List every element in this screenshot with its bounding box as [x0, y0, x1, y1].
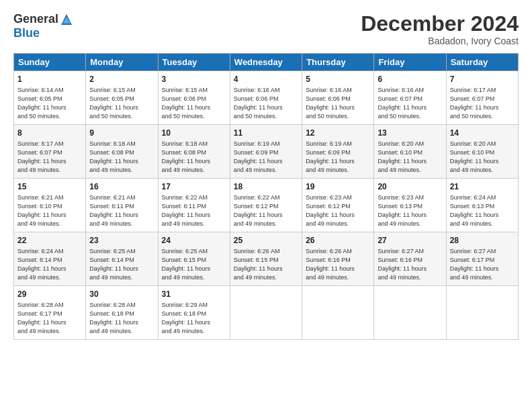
day-info: Sunrise: 6:16 AMSunset: 6:06 PMDaylight:…: [234, 87, 283, 119]
table-row: 23 Sunrise: 6:25 AMSunset: 6:14 PMDaylig…: [86, 232, 158, 286]
day-info: Sunrise: 6:27 AMSunset: 6:16 PMDaylight:…: [378, 248, 427, 280]
day-info: Sunrise: 6:16 AMSunset: 6:06 PMDaylight:…: [306, 87, 355, 119]
empty-cell: [302, 286, 374, 340]
table-row: 30 Sunrise: 6:28 AMSunset: 6:18 PMDaylig…: [86, 286, 158, 340]
table-row: 8 Sunrise: 6:17 AMSunset: 6:07 PMDayligh…: [14, 125, 86, 179]
table-row: 9 Sunrise: 6:18 AMSunset: 6:08 PMDayligh…: [86, 125, 158, 179]
day-number: 22: [17, 235, 82, 246]
calendar-header-row: Sunday Monday Tuesday Wednesday Thursday…: [14, 54, 519, 71]
title-area: December 2024 Badadon, Ivory Coast: [361, 12, 519, 46]
empty-cell: [230, 286, 302, 340]
day-info: Sunrise: 6:17 AMSunset: 6:07 PMDaylight:…: [17, 140, 66, 173]
day-info: Sunrise: 6:28 AMSunset: 6:17 PMDaylight:…: [17, 302, 66, 334]
day-info: Sunrise: 6:29 AMSunset: 6:18 PMDaylight:…: [162, 302, 211, 334]
table-row: 4 Sunrise: 6:16 AMSunset: 6:06 PMDayligh…: [230, 71, 302, 125]
day-info: Sunrise: 6:17 AMSunset: 6:07 PMDaylight:…: [450, 87, 499, 119]
day-number: 29: [17, 289, 82, 300]
table-row: 28 Sunrise: 6:27 AMSunset: 6:17 PMDaylig…: [446, 232, 518, 286]
logo-general-text: General: [13, 12, 58, 26]
day-number: 13: [378, 128, 442, 138]
day-number: 7: [450, 74, 515, 85]
day-info: Sunrise: 6:26 AMSunset: 6:15 PMDaylight:…: [234, 248, 283, 280]
day-info: Sunrise: 6:20 AMSunset: 6:10 PMDaylight:…: [378, 140, 427, 173]
day-number: 27: [378, 235, 442, 246]
table-row: 10 Sunrise: 6:18 AMSunset: 6:08 PMDaylig…: [158, 125, 230, 179]
empty-cell: [446, 286, 518, 340]
table-row: 26 Sunrise: 6:26 AMSunset: 6:16 PMDaylig…: [302, 232, 374, 286]
col-thursday: Thursday: [302, 54, 374, 71]
table-row: 5 Sunrise: 6:16 AMSunset: 6:06 PMDayligh…: [302, 71, 374, 125]
col-sunday: Sunday: [14, 54, 86, 71]
day-info: Sunrise: 6:20 AMSunset: 6:10 PMDaylight:…: [450, 140, 499, 173]
day-info: Sunrise: 6:14 AMSunset: 6:05 PMDaylight:…: [17, 87, 66, 119]
day-number: 16: [89, 181, 154, 192]
month-title: December 2024: [361, 12, 519, 36]
table-row: 20 Sunrise: 6:23 AMSunset: 6:13 PMDaylig…: [374, 179, 446, 232]
day-number: 8: [17, 128, 82, 138]
day-number: 28: [450, 235, 515, 246]
day-number: 12: [306, 128, 370, 138]
table-row: 6 Sunrise: 6:16 AMSunset: 6:07 PMDayligh…: [374, 71, 446, 125]
day-info: Sunrise: 6:19 AMSunset: 6:09 PMDaylight:…: [234, 140, 283, 173]
day-info: Sunrise: 6:16 AMSunset: 6:07 PMDaylight:…: [378, 87, 427, 119]
empty-cell: [374, 286, 446, 340]
day-info: Sunrise: 6:25 AMSunset: 6:14 PMDaylight:…: [89, 248, 138, 280]
day-info: Sunrise: 6:23 AMSunset: 6:13 PMDaylight:…: [378, 194, 427, 226]
day-number: 24: [162, 235, 226, 246]
table-row: 7 Sunrise: 6:17 AMSunset: 6:07 PMDayligh…: [446, 71, 518, 125]
day-number: 5: [306, 74, 370, 85]
table-row: 25 Sunrise: 6:26 AMSunset: 6:15 PMDaylig…: [230, 232, 302, 286]
header: General Blue December 2024 Badadon, Ivor…: [13, 12, 519, 46]
day-info: Sunrise: 6:15 AMSunset: 6:05 PMDaylight:…: [89, 87, 138, 119]
table-row: 12 Sunrise: 6:19 AMSunset: 6:09 PMDaylig…: [302, 125, 374, 179]
day-info: Sunrise: 6:22 AMSunset: 6:12 PMDaylight:…: [234, 194, 283, 226]
day-number: 18: [234, 181, 298, 192]
table-row: 29 Sunrise: 6:28 AMSunset: 6:17 PMDaylig…: [14, 286, 86, 340]
day-number: 25: [234, 235, 298, 246]
table-row: 13 Sunrise: 6:20 AMSunset: 6:10 PMDaylig…: [374, 125, 446, 179]
col-tuesday: Tuesday: [158, 54, 230, 71]
logo: General Blue: [13, 12, 73, 40]
location-subtitle: Badadon, Ivory Coast: [361, 36, 519, 46]
table-row: 11 Sunrise: 6:19 AMSunset: 6:09 PMDaylig…: [230, 125, 302, 179]
day-number: 10: [162, 128, 226, 138]
col-friday: Friday: [374, 54, 446, 71]
table-row: 3 Sunrise: 6:15 AMSunset: 6:06 PMDayligh…: [158, 71, 230, 125]
calendar: Sunday Monday Tuesday Wednesday Thursday…: [13, 53, 519, 340]
col-wednesday: Wednesday: [230, 54, 302, 71]
calendar-week-3: 15 Sunrise: 6:21 AMSunset: 6:10 PMDaylig…: [14, 179, 519, 232]
table-row: 14 Sunrise: 6:20 AMSunset: 6:10 PMDaylig…: [446, 125, 518, 179]
day-number: 20: [378, 181, 442, 192]
page: General Blue December 2024 Badadon, Ivor…: [0, 0, 532, 411]
calendar-week-2: 8 Sunrise: 6:17 AMSunset: 6:07 PMDayligh…: [14, 125, 519, 179]
calendar-week-1: 1 Sunrise: 6:14 AMSunset: 6:05 PMDayligh…: [14, 71, 519, 125]
col-saturday: Saturday: [446, 54, 518, 71]
logo-blue-text: Blue: [13, 26, 40, 40]
day-info: Sunrise: 6:23 AMSunset: 6:12 PMDaylight:…: [306, 194, 355, 226]
day-info: Sunrise: 6:24 AMSunset: 6:13 PMDaylight:…: [450, 194, 499, 226]
day-info: Sunrise: 6:22 AMSunset: 6:11 PMDaylight:…: [162, 194, 211, 226]
day-info: Sunrise: 6:21 AMSunset: 6:11 PMDaylight:…: [89, 194, 138, 226]
day-number: 9: [89, 128, 154, 138]
day-info: Sunrise: 6:15 AMSunset: 6:06 PMDaylight:…: [162, 87, 211, 119]
calendar-week-4: 22 Sunrise: 6:24 AMSunset: 6:14 PMDaylig…: [14, 232, 519, 286]
day-number: 4: [234, 74, 298, 85]
table-row: 31 Sunrise: 6:29 AMSunset: 6:18 PMDaylig…: [158, 286, 230, 340]
day-number: 23: [89, 235, 154, 246]
day-info: Sunrise: 6:18 AMSunset: 6:08 PMDaylight:…: [162, 140, 211, 173]
day-number: 2: [89, 74, 154, 85]
table-row: 17 Sunrise: 6:22 AMSunset: 6:11 PMDaylig…: [158, 179, 230, 232]
day-number: 26: [306, 235, 370, 246]
day-number: 14: [450, 128, 515, 138]
table-row: 1 Sunrise: 6:14 AMSunset: 6:05 PMDayligh…: [14, 71, 86, 125]
day-number: 11: [234, 128, 298, 138]
calendar-week-5: 29 Sunrise: 6:28 AMSunset: 6:17 PMDaylig…: [14, 286, 519, 340]
day-info: Sunrise: 6:26 AMSunset: 6:16 PMDaylight:…: [306, 248, 355, 280]
day-info: Sunrise: 6:19 AMSunset: 6:09 PMDaylight:…: [306, 140, 355, 173]
col-monday: Monday: [86, 54, 158, 71]
table-row: 2 Sunrise: 6:15 AMSunset: 6:05 PMDayligh…: [86, 71, 158, 125]
day-number: 17: [162, 181, 226, 192]
day-number: 30: [89, 289, 154, 300]
day-info: Sunrise: 6:27 AMSunset: 6:17 PMDaylight:…: [450, 248, 499, 280]
day-number: 19: [306, 181, 370, 192]
